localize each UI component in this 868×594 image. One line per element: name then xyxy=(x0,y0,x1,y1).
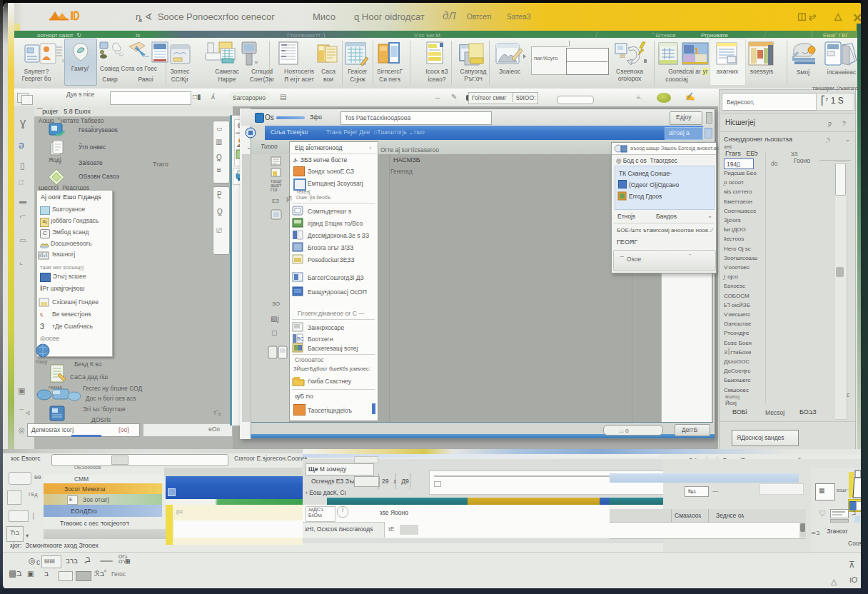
svg-text:BC: BC xyxy=(297,336,304,341)
